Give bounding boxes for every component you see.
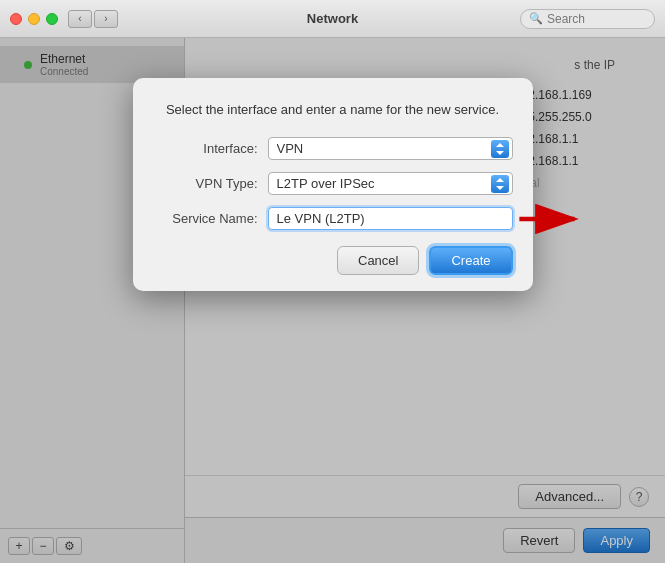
service-name-input-wrapper	[268, 207, 513, 230]
interface-select[interactable]: VPN	[268, 137, 513, 160]
forward-button[interactable]: ›	[94, 10, 118, 28]
close-button[interactable]	[10, 13, 22, 25]
back-button[interactable]: ‹	[68, 10, 92, 28]
title-bar: ‹ › Network 🔍	[0, 0, 665, 38]
modal-dialog: Select the interface and enter a name fo…	[133, 78, 533, 291]
vpn-type-select-wrapper: L2TP over IPSec	[268, 172, 513, 195]
main-content: Ethernet Connected + − ⚙ s the IP IP Add…	[0, 38, 665, 563]
nav-buttons: ‹ ›	[68, 10, 118, 28]
create-button[interactable]: Create	[429, 246, 512, 275]
modal-overlay: Select the interface and enter a name fo…	[0, 38, 665, 563]
service-name-label: Service Name:	[153, 211, 268, 226]
maximize-button[interactable]	[46, 13, 58, 25]
interface-label: Interface:	[153, 141, 268, 156]
window-title: Network	[307, 11, 358, 26]
modal-actions: Cancel Create	[153, 246, 513, 275]
service-name-row: Service Name:	[153, 207, 513, 230]
service-name-input[interactable]	[268, 207, 513, 230]
traffic-lights	[10, 13, 58, 25]
vpn-type-select[interactable]: L2TP over IPSec	[268, 172, 513, 195]
search-input[interactable]	[547, 12, 646, 26]
modal-title: Select the interface and enter a name fo…	[153, 102, 513, 117]
red-arrow	[515, 201, 585, 237]
interface-row: Interface: VPN	[153, 137, 513, 160]
search-bar[interactable]: 🔍	[520, 9, 655, 29]
interface-select-wrapper: VPN	[268, 137, 513, 160]
minimize-button[interactable]	[28, 13, 40, 25]
vpn-type-row: VPN Type: L2TP over IPSec	[153, 172, 513, 195]
cancel-button[interactable]: Cancel	[337, 246, 419, 275]
vpn-type-label: VPN Type:	[153, 176, 268, 191]
search-icon: 🔍	[529, 12, 543, 25]
